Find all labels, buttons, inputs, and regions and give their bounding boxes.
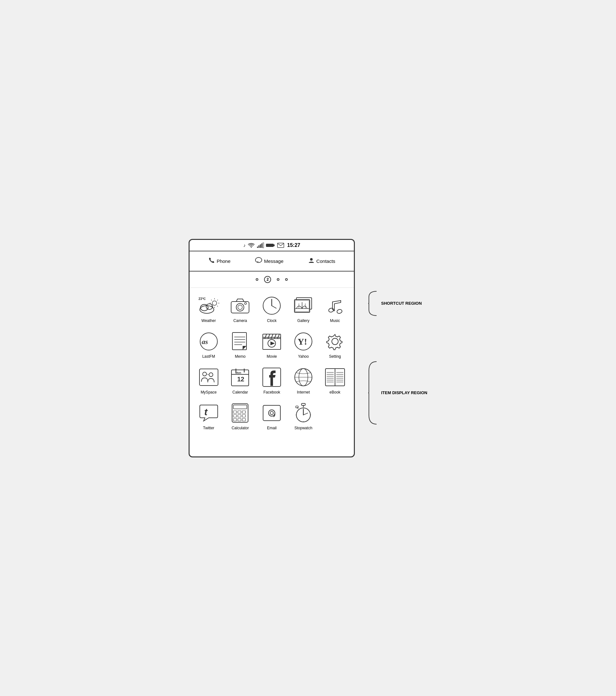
app-memo[interactable]: Memo xyxy=(225,327,256,363)
clock-label: Clock xyxy=(267,318,277,323)
svg-line-30 xyxy=(272,306,276,308)
app-internet[interactable]: Internet xyxy=(288,363,319,398)
svg-line-23 xyxy=(217,300,218,300)
page-dots: 2 xyxy=(189,271,354,288)
svg-point-61 xyxy=(209,373,213,377)
setting-label: Setting xyxy=(329,354,341,359)
svg-rect-97 xyxy=(238,418,241,421)
svg-point-0 xyxy=(251,247,252,248)
music-icon xyxy=(325,296,344,315)
email-label: Email xyxy=(267,426,277,430)
svg-rect-2 xyxy=(259,245,260,248)
wifi-icon xyxy=(248,243,255,248)
myspace-icon xyxy=(199,368,219,387)
app-movie[interactable]: Movie xyxy=(256,327,288,363)
app-music[interactable]: Music xyxy=(319,291,351,327)
svg-point-10 xyxy=(310,258,313,260)
gallery-label: Gallery xyxy=(297,318,309,323)
svg-rect-95 xyxy=(242,415,246,417)
page-dot-3[interactable] xyxy=(277,278,279,281)
camera-icon xyxy=(230,297,250,314)
myspace-label: MySpace xyxy=(201,390,217,394)
svg-point-9 xyxy=(256,257,262,263)
lastfm-label: LastFM xyxy=(202,354,215,359)
app-email[interactable]: Email xyxy=(256,398,288,434)
twitter-label: Twitter xyxy=(203,426,214,430)
internet-icon xyxy=(294,368,313,387)
display-annotation: ITEM DISPLAY REGION xyxy=(381,390,427,395)
yahoo-label: Yahoo xyxy=(298,354,309,359)
shortcut-contacts[interactable]: Contacts xyxy=(308,257,335,265)
internet-label: Internet xyxy=(297,390,310,394)
message-label: Message xyxy=(264,258,283,264)
app-twitter[interactable]: t Twitter xyxy=(193,398,225,434)
clock-icon xyxy=(262,296,281,315)
svg-rect-3 xyxy=(260,244,261,248)
app-calendar[interactable]: Mon 12 Calendar xyxy=(225,363,256,398)
twitter-icon: t xyxy=(199,403,219,423)
svg-rect-4 xyxy=(261,243,262,248)
phone-label: Phone xyxy=(217,258,230,264)
svg-rect-8 xyxy=(277,243,284,248)
phone: ♪ xyxy=(189,239,355,457)
svg-rect-94 xyxy=(238,415,241,417)
facebook-label: Facebook xyxy=(263,390,280,394)
ebook-label: eBook xyxy=(329,390,340,394)
svg-point-12 xyxy=(200,306,214,313)
weather-label: Weather xyxy=(201,318,216,323)
ebook-icon xyxy=(325,368,345,386)
stopwatch-label: Stopwatch xyxy=(294,426,312,430)
yahoo-icon: Y! xyxy=(294,332,313,351)
page-dot-active[interactable]: 2 xyxy=(264,276,271,283)
svg-point-39 xyxy=(337,309,343,314)
calculator-label: Calculator xyxy=(231,426,249,430)
display-brace xyxy=(368,361,377,425)
bottom-space xyxy=(189,437,354,456)
svg-line-62 xyxy=(206,374,209,375)
svg-line-21 xyxy=(217,306,218,306)
svg-rect-7 xyxy=(274,244,275,246)
app-weather[interactable]: 23℃ xyxy=(193,291,225,327)
message-icon xyxy=(255,257,262,265)
svg-line-22 xyxy=(211,306,212,306)
svg-rect-96 xyxy=(233,418,236,421)
svg-line-53 xyxy=(277,334,279,338)
svg-rect-92 xyxy=(242,411,246,413)
movie-label: Movie xyxy=(266,354,277,359)
app-calculator[interactable]: Calculator xyxy=(225,398,256,434)
shortcut-region: Phone Message Contacts xyxy=(189,251,354,271)
facebook-icon xyxy=(262,367,281,387)
app-myspace[interactable]: MySpace xyxy=(193,363,225,398)
app-yahoo[interactable]: Y! Yahoo xyxy=(288,327,319,363)
battery-icon xyxy=(266,243,275,248)
svg-rect-89 xyxy=(233,405,247,409)
svg-point-26 xyxy=(238,305,242,310)
svg-rect-93 xyxy=(233,415,236,417)
page-dot-4[interactable] xyxy=(285,278,288,281)
app-lastfm[interactable]: as LastFM xyxy=(193,327,225,363)
svg-rect-90 xyxy=(233,411,236,413)
memo-label: Memo xyxy=(235,354,246,359)
shortcut-message[interactable]: Message xyxy=(255,257,283,265)
svg-point-101 xyxy=(270,411,273,415)
svg-point-100 xyxy=(268,410,275,416)
setting-icon xyxy=(325,332,344,351)
app-facebook[interactable]: Facebook xyxy=(256,363,288,398)
svg-point-27 xyxy=(245,302,246,304)
app-ebook[interactable]: eBook xyxy=(319,363,351,398)
app-gallery[interactable]: Gallery xyxy=(288,291,319,327)
svg-rect-5 xyxy=(263,243,264,248)
app-camera[interactable]: Camera xyxy=(225,291,256,327)
music-label: Music xyxy=(330,318,340,323)
app-stopwatch[interactable]: Stopwatch xyxy=(288,398,319,434)
page-dot-1[interactable] xyxy=(256,278,258,281)
shortcut-phone[interactable]: Phone xyxy=(209,257,230,265)
svg-line-50 xyxy=(268,334,270,338)
svg-text:as: as xyxy=(202,338,208,346)
camera-label: Camera xyxy=(233,318,247,323)
svg-rect-99 xyxy=(263,405,280,421)
app-clock[interactable]: Clock xyxy=(256,291,288,327)
app-setting[interactable]: Setting xyxy=(319,327,351,363)
svg-line-106 xyxy=(303,413,308,415)
svg-rect-59 xyxy=(199,369,218,385)
